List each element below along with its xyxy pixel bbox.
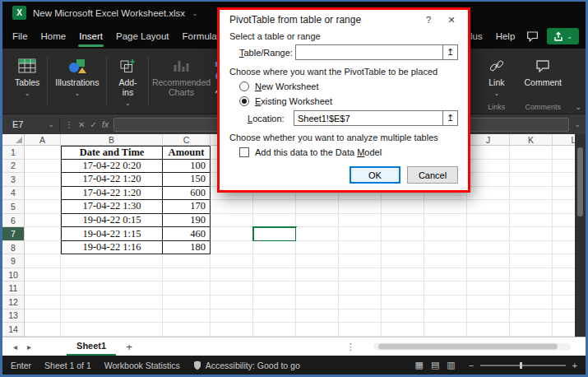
tab-page-layout[interactable]: Page Layout: [109, 24, 176, 49]
cell-B2[interactable]: 17-04-22 0:20: [61, 160, 163, 174]
cell-A11[interactable]: [25, 282, 61, 296]
horizontal-scrollbar-thumb[interactable]: [378, 344, 558, 350]
cell-D9[interactable]: [211, 254, 253, 268]
accessibility-status[interactable]: Accessibility: Good to go: [193, 361, 300, 370]
comment-button[interactable]: Comment: [518, 50, 567, 90]
row-header-4[interactable]: 4: [2, 187, 25, 201]
cell-G9[interactable]: [339, 254, 382, 268]
cell-C10[interactable]: [163, 268, 211, 282]
cell-L9[interactable]: [553, 254, 575, 268]
cell-D5[interactable]: [211, 200, 253, 214]
tab-help[interactable]: Help: [489, 24, 522, 49]
cell-H14[interactable]: [382, 323, 424, 337]
cell-B12[interactable]: [61, 296, 163, 310]
cell-A3[interactable]: [25, 173, 61, 187]
cell-L2[interactable]: [553, 160, 575, 174]
tab-insert[interactable]: Insert: [72, 24, 109, 49]
cell-A2[interactable]: [25, 160, 61, 174]
column-header-L[interactable]: L: [553, 134, 575, 146]
cell-J13[interactable]: [467, 310, 510, 323]
tab-home[interactable]: Home: [35, 24, 73, 49]
cell-B4[interactable]: 17-04-22 1:20: [61, 187, 163, 201]
column-header-B[interactable]: B: [61, 134, 163, 146]
cell-B7[interactable]: 19-04-22 1:15: [61, 227, 163, 241]
cell-E6[interactable]: [253, 214, 296, 228]
cell-L14[interactable]: [553, 323, 575, 337]
cell-H13[interactable]: [382, 310, 424, 323]
cell-C3[interactable]: 150: [163, 173, 211, 187]
sheet-count[interactable]: Sheet 1 of 1: [44, 361, 91, 370]
cell-B8[interactable]: 19-04-22 1:16: [61, 241, 163, 255]
next-sheet-arrow[interactable]: ▸: [25, 342, 34, 351]
dialog-close-icon[interactable]: ✕: [440, 15, 463, 26]
row-header-7[interactable]: 7: [2, 227, 25, 241]
cell-D11[interactable]: [211, 282, 253, 296]
cell-L6[interactable]: [553, 214, 575, 228]
cell-A9[interactable]: [25, 254, 61, 268]
cell-C9[interactable]: [163, 254, 211, 268]
cell-A1[interactable]: [25, 146, 61, 160]
cell-L4[interactable]: [553, 187, 575, 201]
cell-H10[interactable]: [382, 268, 424, 282]
cell-A13[interactable]: [25, 310, 61, 323]
cell-C5[interactable]: 170: [163, 200, 211, 214]
workbook-statistics[interactable]: Workbook Statistics: [104, 361, 180, 370]
cell-L1[interactable]: [553, 146, 575, 160]
cell-F9[interactable]: [296, 254, 339, 268]
cell-B3[interactable]: 17-04-22 1:20: [61, 173, 163, 187]
cell-L12[interactable]: [553, 296, 575, 310]
cell-L11[interactable]: [553, 282, 575, 296]
cell-K5[interactable]: [510, 200, 553, 214]
cell-J2[interactable]: [467, 160, 510, 174]
cell-I11[interactable]: [424, 282, 467, 296]
cell-L5[interactable]: [553, 200, 575, 214]
data-model-checkbox[interactable]: Add this data to the Data Model: [239, 146, 458, 159]
cell-L13[interactable]: [553, 310, 575, 323]
cell-B11[interactable]: [61, 282, 163, 296]
cell-J11[interactable]: [467, 282, 510, 296]
location-input[interactable]: [294, 111, 442, 125]
page-break-view-icon[interactable]: ▥: [447, 360, 455, 370]
horizontal-scrollbar[interactable]: [373, 343, 571, 351]
cell-F14[interactable]: [296, 323, 339, 337]
confirm-entry-icon[interactable]: ✓: [90, 120, 96, 129]
cell-K9[interactable]: [510, 254, 553, 268]
cell-K11[interactable]: [510, 282, 553, 296]
cell-C4[interactable]: 600: [163, 187, 211, 201]
cell-K10[interactable]: [510, 268, 553, 282]
cell-B9[interactable]: [61, 254, 163, 268]
cell-I14[interactable]: [424, 323, 467, 337]
cell-G14[interactable]: [339, 323, 382, 337]
cell-I12[interactable]: [424, 296, 467, 310]
row-header-14[interactable]: 14: [2, 323, 25, 337]
cancel-button[interactable]: Cancel: [407, 166, 458, 184]
cell-J9[interactable]: [467, 254, 510, 268]
cell-K6[interactable]: [510, 214, 553, 228]
range-picker-icon[interactable]: ↥: [442, 45, 457, 59]
row-header-8[interactable]: 8: [2, 241, 25, 255]
cell-E12[interactable]: [253, 296, 296, 310]
cell-I7[interactable]: [424, 227, 467, 241]
sheet-tab-sheet1[interactable]: Sheet1: [67, 337, 116, 356]
dialog-help-icon[interactable]: ?: [417, 15, 440, 25]
cancel-entry-icon[interactable]: ✕: [78, 120, 85, 129]
cell-H8[interactable]: [382, 241, 424, 255]
comments-toggle-icon[interactable]: [521, 24, 544, 49]
cell-C11[interactable]: [163, 282, 211, 296]
cell-C13[interactable]: [163, 310, 211, 323]
cell-A6[interactable]: [25, 214, 61, 228]
insert-function-icon[interactable]: fx: [102, 119, 109, 129]
cell-J7[interactable]: [467, 227, 510, 241]
cell-K8[interactable]: [510, 241, 553, 255]
recommended-charts-button[interactable]: Recommended Charts: [150, 50, 211, 112]
row-header-1[interactable]: 1: [2, 146, 25, 160]
cell-G11[interactable]: [339, 282, 382, 296]
cell-L7[interactable]: [553, 227, 575, 241]
row-header-13[interactable]: 13: [2, 310, 25, 323]
column-header-K[interactable]: K: [510, 134, 553, 146]
cell-I8[interactable]: [424, 241, 467, 255]
cell-H12[interactable]: [382, 296, 424, 310]
cell-J6[interactable]: [467, 214, 510, 228]
cell-J3[interactable]: [467, 173, 510, 187]
cell-B10[interactable]: [61, 268, 163, 282]
